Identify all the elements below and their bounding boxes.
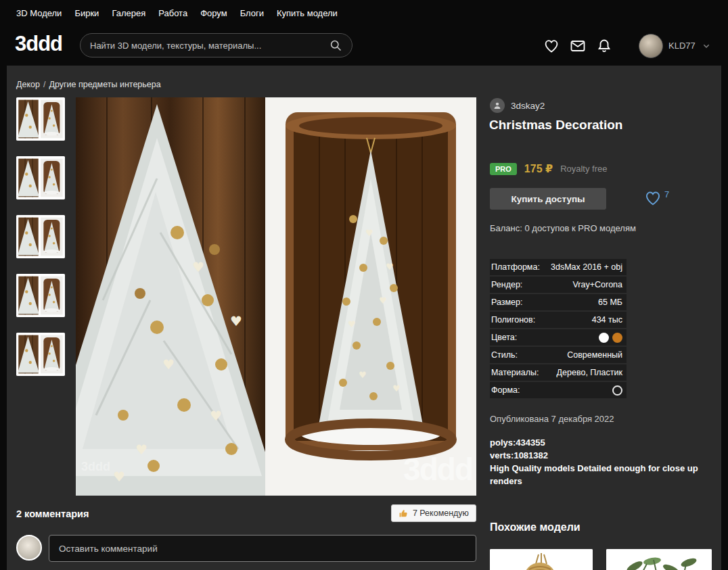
spec-label: Цвета: xyxy=(491,333,517,342)
spec-value-platform[interactable]: 3dsMax 2016 + obj xyxy=(551,262,622,272)
author-avatar[interactable] xyxy=(490,98,505,113)
chevron-down-icon xyxy=(701,41,712,51)
search-input[interactable] xyxy=(90,41,329,51)
breadcrumb-subsection[interactable]: Другие предметы интерьера xyxy=(49,80,160,89)
messages-mail-icon[interactable] xyxy=(570,38,586,54)
author-link[interactable]: 3dskay2 xyxy=(490,98,545,113)
user-avatar[interactable] xyxy=(639,34,663,58)
svg-text:♥: ♥ xyxy=(210,408,222,424)
product-title: Christmas Decoration xyxy=(489,118,622,133)
nav-item-blogs[interactable]: Блоги xyxy=(240,8,264,18)
nav-item-gallery[interactable]: Галерея xyxy=(112,8,145,18)
shape-circle-swatch[interactable] xyxy=(612,385,622,396)
svg-text:♥: ♥ xyxy=(192,259,204,275)
color-swatch-white[interactable] xyxy=(599,333,609,343)
buy-access-button[interactable]: Купить доступы xyxy=(490,188,606,210)
thumbnail-5[interactable] xyxy=(16,333,65,376)
svg-text:♥: ♥ xyxy=(359,370,367,380)
nav-item-tags[interactable]: Бирки xyxy=(74,8,99,18)
svg-text:♥: ♥ xyxy=(386,262,394,272)
spec-row-style: Стиль: Современный xyxy=(490,347,627,363)
notifications-bell-icon[interactable] xyxy=(596,38,612,54)
spec-row-platform: Платформа: 3dsMax 2016 + obj xyxy=(490,259,627,275)
like-count: 7 xyxy=(664,189,669,199)
search-bar[interactable] xyxy=(80,33,352,57)
like-heart-icon[interactable] xyxy=(643,189,662,207)
specs-table: Платформа: 3dsMax 2016 + obj Рендер: Vra… xyxy=(490,259,627,400)
thumbs-up-icon xyxy=(399,508,409,519)
svg-text:♥: ♥ xyxy=(135,442,147,458)
description-line-quality: High Quality models Detailed enough for … xyxy=(490,462,713,488)
product-image[interactable]: ♥♥♥ ♥♥♥ ♥ xyxy=(76,97,476,496)
spec-label: Полигонов: xyxy=(491,315,535,325)
description-line-verts: verts:1081382 xyxy=(490,449,713,462)
color-swatch-orange[interactable] xyxy=(612,333,622,343)
breadcrumb: Декор/Другие предметы интерьера xyxy=(16,80,161,89)
svg-text:♥: ♥ xyxy=(365,228,373,238)
spec-value-size: 65 МБ xyxy=(598,298,622,307)
spec-row-polygons: Полигонов: 434 тыс xyxy=(490,312,627,328)
spec-label: Материалы: xyxy=(491,368,539,377)
person-icon xyxy=(493,101,502,110)
thumbnail-1[interactable] xyxy=(16,97,65,141)
related-model-thumb-2 xyxy=(606,549,712,570)
top-navigation: 3D Модели Бирки Галерея Работа Форум Бло… xyxy=(0,0,728,26)
spec-row-size: Размер: 65 МБ xyxy=(490,294,627,310)
related-models-heading: Похожие модели xyxy=(490,521,581,533)
spec-row-colors: Цвета: xyxy=(490,329,627,346)
nav-item-3d-models[interactable]: 3D Модели xyxy=(16,8,62,18)
related-model-card-2[interactable] xyxy=(606,549,712,570)
spec-row-materials: Материалы: Дерево, Пластик xyxy=(490,364,627,381)
price-row: PRO 175 ₽ Royalty free xyxy=(490,162,608,175)
spec-label: Стиль: xyxy=(491,350,518,360)
description-line-polys: polys:434355 xyxy=(490,436,713,449)
spec-value-render[interactable]: Vray+Corona xyxy=(572,280,622,289)
product-photo-render: ♥♥♥ ♥♥♥ ♥ xyxy=(76,97,476,496)
svg-text:♥: ♥ xyxy=(162,356,175,373)
site-logo[interactable]: 3ddd xyxy=(15,32,62,56)
comment-input[interactable] xyxy=(49,535,476,562)
spec-label: Платформа: xyxy=(491,262,540,272)
user-menu[interactable]: KLD77 xyxy=(639,34,712,58)
thumbnail-4[interactable] xyxy=(16,274,65,317)
thumbnail-2[interactable] xyxy=(16,156,65,199)
comments-heading: 2 комментария xyxy=(16,508,89,519)
comment-user-avatar xyxy=(16,535,42,561)
recommend-label: 7 Рекомендую xyxy=(413,508,469,518)
spec-row-render: Рендер: Vray+Corona xyxy=(490,277,627,293)
spec-label: Размер: xyxy=(491,298,522,307)
spec-value-polygons: 434 тыс xyxy=(592,315,622,325)
like-button[interactable]: 7 xyxy=(643,189,669,207)
svg-text:♥: ♥ xyxy=(113,469,125,485)
spec-value-style[interactable]: Современный xyxy=(567,350,622,360)
nav-item-forum[interactable]: Форум xyxy=(200,8,227,18)
spec-value-materials[interactable]: Дерево, Пластик xyxy=(557,368,622,377)
svg-text:♥: ♥ xyxy=(230,313,242,329)
username[interactable]: KLD77 xyxy=(668,41,696,51)
spec-label: Форма: xyxy=(491,385,520,395)
related-model-card-1[interactable] xyxy=(490,549,593,570)
product-price: 175 ₽ xyxy=(524,162,553,175)
header-actions: KLD77 xyxy=(543,26,712,66)
license-label: Royalty free xyxy=(560,164,607,174)
nav-item-work[interactable]: Работа xyxy=(158,8,187,18)
nav-item-buy-models[interactable]: Купить модели xyxy=(277,8,338,18)
recommend-button[interactable]: 7 Рекомендую xyxy=(391,504,476,522)
author-name[interactable]: 3dskay2 xyxy=(511,101,545,111)
svg-text:♥: ♥ xyxy=(379,295,387,306)
published-date: Опубликована 7 декабря 2022 xyxy=(490,414,614,424)
favorites-heart-icon[interactable] xyxy=(543,38,560,54)
color-swatches xyxy=(599,333,622,343)
thumbnail-3[interactable] xyxy=(16,215,65,258)
header: 3ddd KLD77 xyxy=(0,26,728,66)
balance-text: Баланс: 0 доступов к PRO моделям xyxy=(490,223,636,233)
svg-text:♥: ♥ xyxy=(392,383,401,394)
page: 3D Модели Бирки Галерея Работа Форум Бло… xyxy=(0,0,728,570)
spec-row-shape: Форма: xyxy=(490,382,627,398)
pro-badge: PRO xyxy=(490,163,517,175)
search-icon[interactable] xyxy=(329,39,342,52)
spec-label: Рендер: xyxy=(491,280,522,289)
product-description: polys:434355 verts:1081382 High Quality … xyxy=(490,436,713,488)
breadcrumb-section[interactable]: Декор xyxy=(16,80,40,89)
related-model-thumb-1 xyxy=(490,549,593,570)
